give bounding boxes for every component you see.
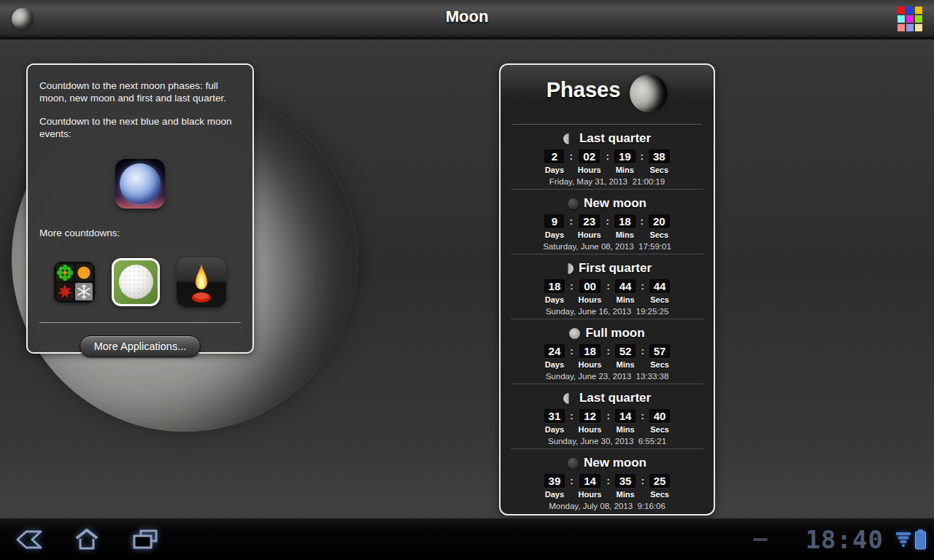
phase-moon-icon	[563, 393, 574, 404]
mins-value: 35	[615, 474, 636, 488]
recent-apps-button[interactable]	[127, 524, 163, 556]
secs-value: 44	[649, 279, 671, 293]
colon: :	[606, 151, 609, 162]
status-area: 18:40	[753, 518, 927, 560]
colon: :	[570, 475, 573, 486]
phases-header: Phases	[501, 65, 714, 114]
divider	[39, 322, 241, 323]
colon: :	[641, 216, 644, 227]
hours-value: 23	[579, 214, 600, 228]
grid-square	[898, 24, 905, 31]
secs-label: Secs	[650, 360, 669, 369]
mins-value: 52	[615, 344, 636, 358]
secs-value: 38	[649, 149, 670, 163]
phase-entry: First quarter 18 : 00 : 44 : 44 Days Hou…	[501, 254, 714, 319]
secs-label: Secs	[649, 166, 668, 174]
hours-value: 14	[579, 474, 601, 488]
hours-label: Hours	[578, 230, 601, 239]
candle-app-icon[interactable]	[177, 257, 226, 307]
blue-moon-app-icon[interactable]	[115, 159, 165, 209]
mins-label: Mins	[617, 425, 635, 434]
mins-value: 44	[615, 279, 636, 293]
phase-name: Full moon	[585, 326, 644, 341]
phases-panel: Phases Last quarter 2 : 02 : 19 : 38 Day…	[499, 63, 715, 516]
days-label: Days	[545, 295, 564, 304]
phase-name: Last quarter	[579, 131, 651, 146]
colon: :	[570, 281, 573, 292]
mins-value: 18	[614, 214, 636, 228]
phase-name: First quarter	[579, 261, 652, 276]
hours-label: Hours	[579, 425, 602, 434]
days-value: 31	[544, 409, 566, 423]
grid-square	[898, 7, 905, 14]
apps-grid-icon[interactable]	[898, 7, 922, 31]
days-value: 2	[544, 149, 564, 163]
phases-title: Phases	[547, 78, 621, 102]
phase-moon-icon	[563, 133, 574, 144]
hours-value: 12	[579, 409, 601, 423]
golf-app-icon[interactable]	[112, 258, 160, 306]
phase-moon-icon	[568, 198, 579, 209]
days-value: 39	[544, 474, 566, 488]
colon: :	[641, 346, 644, 357]
notification-minimize-icon[interactable]	[753, 538, 768, 541]
colon: :	[606, 475, 609, 486]
system-bar: 18:40	[0, 518, 934, 560]
back-button[interactable]	[10, 524, 47, 556]
status-clock[interactable]: 18:40	[806, 525, 884, 554]
blue-moon-globe	[120, 163, 161, 204]
phase-entry: Full moon 24 : 18 : 52 : 57 Days Hours M…	[501, 319, 714, 384]
phase-moon-icon	[568, 458, 579, 469]
mins-label: Mins	[616, 230, 634, 239]
winter-snowflake-icon	[75, 283, 93, 300]
hours-value: 00	[579, 279, 601, 293]
phase-date: Monday, July 08, 2013 9:16:06	[501, 502, 714, 510]
days-label: Days	[545, 425, 564, 434]
phase-date: Sunday, June 30, 2013 6:55:21	[501, 437, 714, 446]
phase-moon-icon	[563, 263, 574, 274]
hours-label: Hours	[579, 295, 602, 304]
colon: :	[606, 346, 609, 357]
days-label: Days	[545, 360, 564, 369]
colon: :	[641, 411, 644, 421]
action-bar: Moon	[0, 0, 934, 39]
back-icon	[14, 528, 43, 551]
secs-label: Secs	[650, 425, 669, 434]
mins-value: 19	[614, 149, 636, 163]
mins-label: Mins	[617, 360, 635, 369]
battery-icon	[914, 529, 927, 550]
days-value: 18	[544, 279, 566, 293]
info-panel: Countdown to the next moon phases: full …	[26, 63, 254, 354]
phase-entry: New moon 39 : 14 : 35 : 25 Days Hours Mi…	[501, 449, 714, 513]
more-applications-button[interactable]: More Applications...	[80, 335, 201, 357]
phase-name: Last quarter	[579, 391, 651, 405]
mins-label: Mins	[616, 166, 634, 174]
phase-name: New moon	[584, 196, 647, 211]
colon: :	[606, 281, 609, 292]
secs-label: Secs	[650, 490, 669, 499]
seasons-app-icon[interactable]	[54, 262, 95, 303]
colon: :	[606, 411, 609, 421]
hours-label: Hours	[579, 360, 602, 369]
days-label: Days	[545, 490, 564, 499]
hours-value: 18	[579, 344, 601, 358]
intro-text-phases: Countdown to the next moon phases: full …	[39, 80, 241, 105]
home-button[interactable]	[69, 524, 105, 556]
days-label: Days	[545, 230, 564, 239]
intro-text-events: Countdown to the next blue and black moo…	[39, 116, 241, 141]
colon: :	[641, 475, 644, 486]
grid-square	[915, 7, 922, 14]
summer-sun-icon	[75, 264, 93, 281]
grid-square	[915, 24, 922, 31]
days-value: 9	[544, 214, 564, 228]
grid-square	[906, 15, 914, 23]
mins-label: Mins	[617, 490, 635, 499]
days-label: Days	[545, 166, 564, 174]
colon: :	[569, 216, 572, 227]
mins-label: Mins	[617, 295, 635, 304]
colon: :	[641, 281, 644, 292]
phase-entry: New moon 9 : 23 : 18 : 20 Days Hours Min…	[501, 190, 714, 254]
nav-buttons	[10, 518, 163, 560]
app-icons-row	[39, 257, 241, 307]
secs-value: 57	[649, 344, 671, 358]
